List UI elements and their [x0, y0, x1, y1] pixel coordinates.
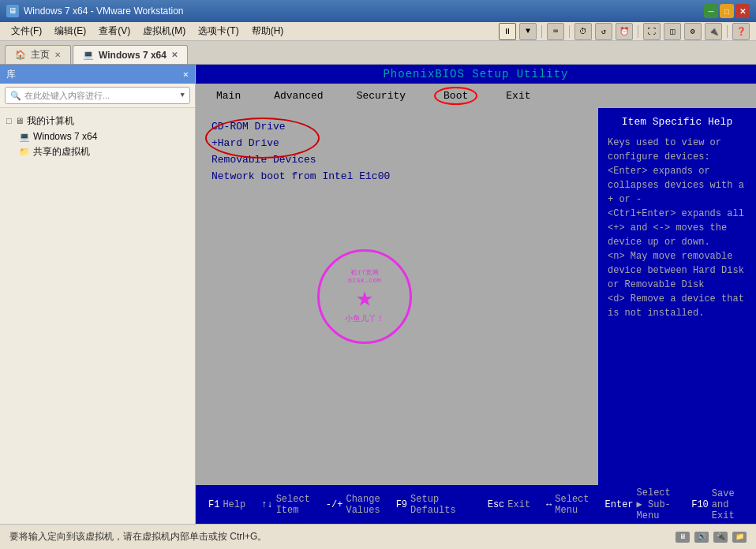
bios-help-text: Keys used to view or configure devices: … [608, 136, 747, 320]
watermark: 初IT宽网DISK.COM ★ 小鱼儿丫！ [317, 249, 412, 344]
tree-vm-label: Windows 7 x64 [33, 131, 97, 142]
snapshot-button[interactable]: ⏱ [574, 23, 592, 40]
footer-desc-f10: Save and Exit [712, 488, 743, 521]
network-status-icon: 🖥 [676, 532, 690, 543]
main-area: 库 ✕ 🔍 在此处键入内容进行... ▼ □ 🖥 我的计算机 💻 Windows… [0, 65, 756, 524]
pause-button[interactable]: ⏸ [499, 23, 516, 40]
menu-bar: 文件(F) 编辑(E) 查看(V) 虚拟机(M) 选项卡(T) 帮助(H) ⏸ … [0, 22, 756, 41]
tab-vm-label: Windows 7 x64 [99, 50, 167, 61]
footer-desc-enter: Select ▶ Sub-Menu [637, 487, 676, 521]
sidebar-search-area: 🔍 在此处键入内容进行... ▼ [0, 84, 195, 108]
send-ctrl-alt-del[interactable]: ⌨ [547, 23, 564, 40]
maximize-button[interactable]: □ [720, 4, 734, 18]
search-icon: 🔍 [10, 91, 21, 101]
search-input-placeholder: 在此处键入内容进行... [24, 90, 110, 102]
footer-desc-f1: Help [223, 499, 245, 510]
menu-view[interactable]: 查看(V) [94, 23, 135, 39]
close-button[interactable]: ✕ [735, 4, 750, 18]
footer-key-esc: Esc [488, 499, 505, 510]
footer-key-enter: Enter [605, 499, 634, 510]
dropdown-arrow[interactable]: ▼ [519, 23, 537, 40]
computer-icon: 🖥 [15, 116, 24, 126]
menu-edit[interactable]: 编辑(E) [50, 23, 91, 39]
title-bar-left: 🖥 Windows 7 x64 - VMware Workstation [6, 5, 184, 17]
status-bar: 要将输入定向到该虚拟机，请在虚拟机内部单击或按 Ctrl+G。 🖥 🔊 🔌 📁 [0, 524, 756, 549]
bios-nav: Main Advanced Security Boot Exit [196, 84, 756, 108]
home-icon: 🏠 [15, 50, 26, 60]
footer-plusminus: -/+ Change Values [326, 494, 380, 516]
watermark-bottom-text: 小鱼儿丫！ [345, 313, 384, 324]
help-btn[interactable]: ❓ [732, 23, 750, 40]
tree-collapse-icon: □ [6, 117, 12, 126]
tab-bar: 🏠 主页 ✕ 💻 Windows 7 x64 ✕ [0, 41, 756, 65]
footer-key-f1: F1 [208, 499, 219, 510]
footer-f10: F10 Save and Exit [691, 488, 743, 521]
toolbar-icons: ⏸ ▼ ⌨ ⏱ ↺ ⏰ ⛶ ◫ ⚙ 🔌 ❓ [499, 23, 750, 40]
app-icon: 🖥 [6, 5, 19, 17]
tab-home-close[interactable]: ✕ [54, 50, 61, 59]
tree-children: 💻 Windows 7 x64 📁 共享的虚拟机 [6, 129, 189, 160]
boot-item-network[interactable]: Network boot from Intel E1c00 [211, 170, 582, 182]
footer-desc-arrows: Select Item [276, 494, 310, 516]
footer-lr: ↔ Select Menu [546, 494, 589, 516]
boot-item-removable[interactable]: Removable Devices [211, 154, 582, 166]
full-screen[interactable]: ⛶ [643, 23, 661, 40]
footer-key-arrows: ↑↓ [261, 499, 272, 510]
vm-tree-icon: 💻 [19, 132, 30, 142]
bios-main-panel: CD-ROM Drive +Hard Drive Removable Devic… [196, 108, 598, 485]
unity-mode[interactable]: ◫ [664, 23, 681, 40]
devices-btn[interactable]: 🔌 [705, 23, 722, 40]
tree-root-label: 我的计算机 [27, 114, 74, 128]
watermark-top-text: 初IT宽网DISK.COM [348, 269, 381, 286]
tree-item-vm[interactable]: 💻 Windows 7 x64 [19, 129, 189, 144]
shared-tree-icon: 📁 [19, 147, 30, 157]
tab-home[interactable]: 🏠 主页 ✕ [5, 45, 71, 64]
footer-f9: F9 Setup Defaults [396, 494, 456, 516]
watermark-star: ★ [356, 285, 373, 313]
snapshot-manager[interactable]: ⏰ [616, 23, 633, 40]
sidebar-close-button[interactable]: ✕ [183, 69, 189, 80]
bios-body: CD-ROM Drive +Hard Drive Removable Devic… [196, 108, 756, 485]
status-text: 要将输入定向到该虚拟机，请在虚拟机内部单击或按 Ctrl+G。 [9, 530, 267, 543]
revert-button[interactable]: ↺ [595, 23, 612, 40]
window-title: Windows 7 x64 - VMware Workstation [24, 6, 184, 17]
tab-vm-close[interactable]: ✕ [171, 50, 178, 59]
footer-key-f9: F9 [396, 499, 407, 510]
search-dropdown-icon: ▼ [181, 92, 185, 99]
minimize-button[interactable]: ─ [704, 4, 718, 18]
bios-nav-main[interactable]: Main [211, 88, 245, 103]
sidebar-content: □ 🖥 我的计算机 💻 Windows 7 x64 📁 共享的虚拟机 [0, 108, 195, 524]
bios-nav-exit[interactable]: Exit [501, 88, 535, 103]
bios-nav-advanced[interactable]: Advanced [269, 88, 327, 103]
tree-item-shared[interactable]: 📁 共享的虚拟机 [19, 144, 189, 160]
bios-help-title: Item Specific Help [608, 116, 747, 128]
menu-tabs[interactable]: 选项卡(T) [193, 23, 243, 39]
bios-nav-boot[interactable]: Boot [434, 87, 477, 105]
bios-nav-security[interactable]: Security [352, 88, 410, 103]
footer-desc-f9: Setup Defaults [410, 494, 456, 516]
window-controls: ─ □ ✕ [704, 4, 750, 18]
bios-help-panel: Item Specific Help Keys used to view or … [598, 108, 756, 485]
tree-shared-label: 共享的虚拟机 [33, 145, 90, 159]
menu-vm[interactable]: 虚拟机(M) [138, 23, 190, 39]
footer-arrows: ↑↓ Select Item [261, 494, 310, 516]
tree-root[interactable]: □ 🖥 我的计算机 [6, 113, 189, 129]
folder-status-icon: 📁 [732, 532, 747, 543]
menu-help[interactable]: 帮助(H) [247, 23, 289, 39]
vm-icon: 💻 [83, 50, 94, 60]
boot-items-area: CD-ROM Drive +Hard Drive [211, 121, 286, 154]
footer-key-lr: ↔ [546, 499, 552, 510]
footer-desc-esc: Exit [507, 499, 530, 510]
boot-item-harddrive[interactable]: +Hard Drive [211, 137, 286, 149]
search-box[interactable]: 🔍 在此处键入内容进行... ▼ [5, 87, 190, 104]
usb-status-icon: 🔌 [713, 532, 728, 543]
footer-desc-plusminus: Change Values [346, 494, 380, 516]
bios-footer: F1 Help ↑↓ Select Item -/+ Change Values… [196, 485, 756, 524]
footer-esc: Esc Exit [488, 499, 530, 510]
bios-title: PhoenixBIOS Setup Utility [196, 65, 756, 84]
settings-btn[interactable]: ⚙ [684, 23, 702, 40]
bios-container: PhoenixBIOS Setup Utility Main Advanced … [196, 65, 756, 524]
menu-file[interactable]: 文件(F) [6, 23, 47, 39]
boot-item-cdrom[interactable]: CD-ROM Drive [211, 121, 286, 133]
tab-vm[interactable]: 💻 Windows 7 x64 ✕ [73, 45, 188, 64]
